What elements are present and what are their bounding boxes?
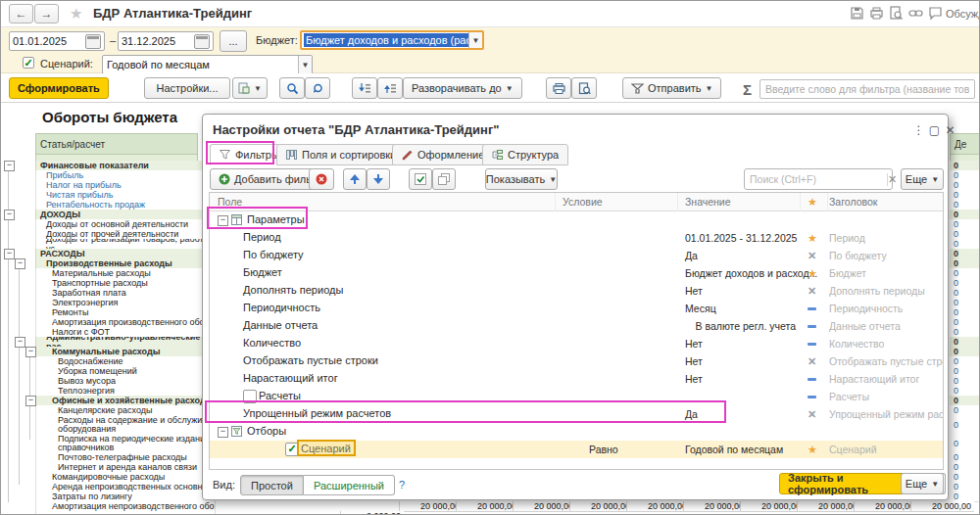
filter-group-row[interactable]: −Параметры: [210, 211, 943, 229]
move-down-button[interactable]: [367, 168, 390, 190]
report-cell-value[interactable]: 20 000,00: [797, 501, 860, 512]
tree-expander[interactable]: −: [15, 258, 25, 269]
check-all-button[interactable]: [409, 168, 432, 190]
report-cell-value[interactable]: 2 000,00: [340, 511, 404, 515]
group-label[interactable]: Отборы: [247, 425, 286, 437]
value-cell[interactable]: Нет: [685, 285, 703, 297]
value-cell[interactable]: Нет: [685, 373, 703, 385]
col-value[interactable]: Значение: [685, 196, 731, 208]
filter-row[interactable]: ПериодичностьМесяцПериодичность: [210, 300, 943, 317]
move-up-button[interactable]: [343, 168, 367, 190]
report-cell-value[interactable]: 20 000,00: [854, 501, 917, 512]
dialog-more-button[interactable]: Еще ▼: [901, 168, 944, 190]
value-cell[interactable]: Да: [685, 408, 698, 420]
maximize-icon[interactable]: ▢: [927, 123, 942, 138]
tree-expander[interactable]: −: [4, 210, 15, 220]
header-title-value[interactable]: Отображать пустые строки: [829, 355, 943, 367]
mark-star-icon[interactable]: ★: [808, 232, 817, 245]
header-title-value[interactable]: Упрощенный режим расчет...: [829, 408, 943, 420]
value-cell[interactable]: В валюте регл. учета: [696, 320, 796, 332]
field-label[interactable]: Периодичность: [243, 302, 320, 313]
mark-cross-icon[interactable]: ✕: [808, 285, 816, 298]
tab-appearance[interactable]: Оформление: [392, 144, 494, 165]
clear-search-icon[interactable]: ✕: [887, 173, 897, 186]
mark-cross-icon[interactable]: ✕: [808, 408, 816, 421]
filter-row[interactable]: По бюджетуДа✕По бюджету: [210, 247, 943, 264]
field-label[interactable]: По бюджету: [243, 249, 304, 260]
filter-row[interactable]: Период01.01.2025 - 31.12.2025★Период: [210, 229, 943, 247]
mark-star-icon[interactable]: ★: [808, 444, 817, 456]
report-cell-value[interactable]: 20 000,00: [399, 501, 463, 512]
filter-row[interactable]: Нарастающий итогНетНарастающий итог: [210, 370, 943, 388]
field-label[interactable]: Период: [243, 231, 281, 243]
dialog-search-input[interactable]: [745, 173, 887, 185]
tree-expander[interactable]: −: [15, 337, 25, 348]
value-cell[interactable]: Нет: [685, 338, 703, 350]
field-label[interactable]: Нарастающий итог: [243, 372, 338, 384]
report-cell-value[interactable]: 20 000,00: [626, 501, 690, 512]
header-title-value[interactable]: Бюджет: [829, 267, 866, 279]
field-label[interactable]: Дополнять периоды: [243, 284, 343, 296]
header-title-value[interactable]: Периодичность: [829, 303, 903, 314]
dialog-footer-more-button[interactable]: Еще ▼: [901, 473, 944, 494]
report-cell-value[interactable]: 20 000,00: [569, 501, 633, 512]
report-cell-value[interactable]: 20 000,00: [683, 501, 747, 512]
mark-dash-icon[interactable]: [808, 307, 816, 310]
mark-dash-icon[interactable]: [808, 396, 816, 398]
mark-dash-icon[interactable]: [808, 325, 816, 328]
filter-row[interactable]: БюджетБюджет доходов и расход...★Бюджет: [210, 264, 943, 282]
close-icon[interactable]: ✕: [943, 123, 957, 138]
field-label[interactable]: Отображать пустые строки: [243, 354, 378, 366]
col-header[interactable]: Заголовок: [829, 196, 877, 208]
header-title-value[interactable]: Дополнять периоды: [829, 285, 925, 297]
show-menu-button[interactable]: Показывать ▼: [485, 168, 558, 190]
value-cell[interactable]: Годовой по месяцам: [685, 444, 783, 455]
filter-row[interactable]: Отображать пустые строкиНет✕Отображать п…: [210, 352, 943, 370]
filter-group-row[interactable]: −Отборы: [210, 423, 943, 441]
field-label[interactable]: Количество: [243, 337, 301, 349]
value-cell[interactable]: Да: [685, 250, 698, 261]
value-cell[interactable]: Бюджет доходов и расход...: [685, 267, 817, 279]
group-expander[interactable]: −: [218, 215, 228, 226]
col-condition[interactable]: Условие: [563, 196, 603, 208]
header-title-value[interactable]: Данные отчета: [829, 320, 901, 332]
filter-row[interactable]: Данные отчетаВ валюте регл. учетаДанные …: [210, 317, 943, 335]
header-title-value[interactable]: Период: [829, 232, 865, 244]
view-simple-button[interactable]: Простой: [240, 475, 304, 495]
field-label[interactable]: Упрощенный режим расчетов: [243, 407, 391, 419]
value-cell[interactable]: 01.01.2025 - 31.12.2025: [685, 232, 797, 244]
filter-row[interactable]: РасчетыРасчеты: [210, 388, 943, 405]
header-title-value[interactable]: Сценарий: [829, 444, 877, 455]
filter-row[interactable]: Дополнять периодыНет✕Дополнять периоды: [210, 282, 943, 300]
tree-expander[interactable]: −: [4, 161, 15, 171]
value-cell[interactable]: Месяц: [685, 303, 716, 314]
mark-dash-icon[interactable]: [808, 378, 816, 381]
tree-expander[interactable]: −: [4, 249, 15, 259]
header-title-value[interactable]: По бюджету: [829, 250, 887, 261]
group-label[interactable]: Параметры: [247, 213, 305, 225]
tree-expander[interactable]: −: [25, 347, 36, 357]
tab-fields-sorting[interactable]: Поля и сортировки: [276, 144, 406, 165]
header-title-value[interactable]: Расчеты: [829, 391, 869, 402]
kebab-menu-icon[interactable]: ⋮: [911, 123, 926, 138]
col-mark-star-icon[interactable]: ★: [808, 196, 817, 209]
tab-structure[interactable]: Структура: [482, 144, 568, 165]
view-extended-button[interactable]: Расширенный: [304, 475, 395, 495]
help-link[interactable]: ?: [399, 479, 405, 491]
report-cell-value[interactable]: 20 000,00: [456, 501, 519, 512]
header-title-value[interactable]: Нарастающий итог: [829, 373, 919, 385]
delete-filter-button[interactable]: [309, 168, 334, 190]
field-label[interactable]: Бюджет: [243, 266, 282, 278]
mark-cross-icon[interactable]: ✕: [808, 250, 816, 262]
tree-expander[interactable]: −: [25, 396, 36, 406]
field-label[interactable]: Данные отчета: [243, 319, 318, 331]
dialog-search-box[interactable]: ✕: [744, 168, 893, 190]
filter-row[interactable]: Упрощенный режим расчетовДа✕Упрощенный р…: [210, 405, 943, 423]
value-cell[interactable]: Нет: [685, 355, 703, 367]
report-cell-value[interactable]: 20 000,00: [740, 501, 804, 512]
report-cell-value[interactable]: 20 000,00: [513, 501, 576, 512]
uncheck-all-button[interactable]: [432, 168, 456, 190]
col-field[interactable]: Поле: [218, 196, 242, 208]
field-label[interactable]: Расчеты: [259, 390, 301, 401]
group-expander[interactable]: −: [218, 427, 228, 438]
